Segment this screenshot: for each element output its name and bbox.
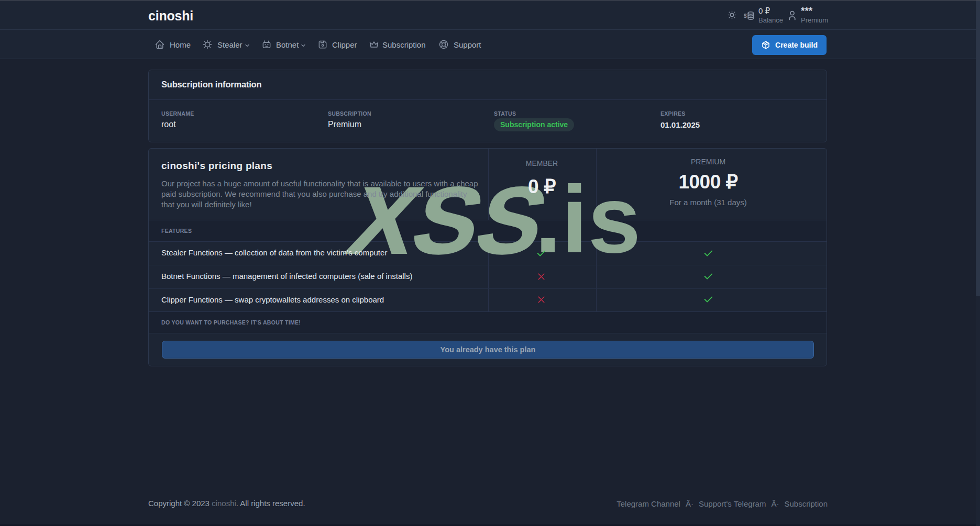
svg-text:$: $ bbox=[744, 13, 747, 19]
